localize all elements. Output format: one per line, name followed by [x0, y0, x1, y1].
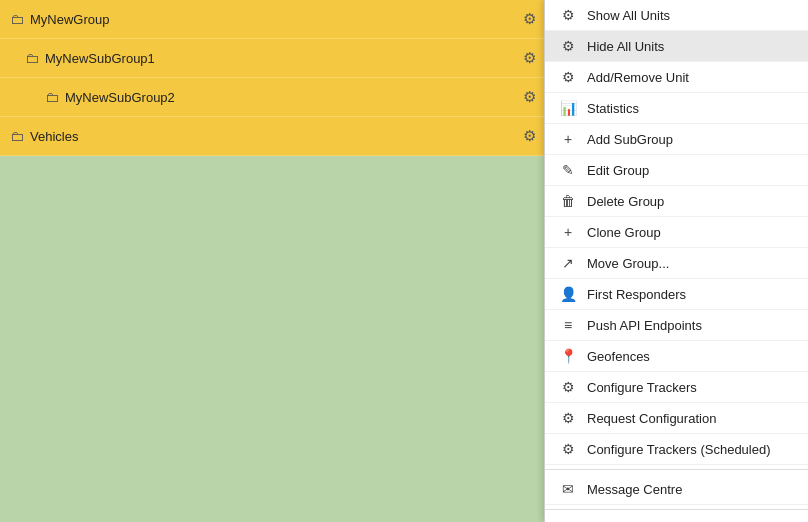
- menu-label-request-configuration: Request Configuration: [587, 411, 716, 426]
- menu-item-first-responders[interactable]: 👤First Responders: [545, 279, 808, 310]
- menu-label-configure-trackers: Configure Trackers: [587, 380, 697, 395]
- menu-item-configure-trackers-scheduled[interactable]: ⚙Configure Trackers (Scheduled): [545, 434, 808, 465]
- edit-icon: ✎: [559, 162, 577, 178]
- folder-icon: 🗀: [10, 11, 24, 27]
- menu-label-add-subgroup: Add SubGroup: [587, 132, 673, 147]
- group-label: MyNewSubGroup2: [65, 90, 175, 105]
- gear-button-mynewsubgroup1[interactable]: ⚙: [521, 47, 538, 69]
- context-menu: ⚙Show All Units⚙Hide All Units⚙Add/Remov…: [544, 0, 808, 522]
- menu-item-message-centre[interactable]: ✉Message Centre: [545, 474, 808, 505]
- gear-icon: ⚙: [559, 69, 577, 85]
- menu-label-message-centre: Message Centre: [587, 482, 682, 497]
- menu-item-add-subgroup[interactable]: +Add SubGroup: [545, 124, 808, 155]
- gear-icon: ⚙: [559, 7, 577, 23]
- menu-label-edit-group: Edit Group: [587, 163, 649, 178]
- gear-button-mynewsubgroup2[interactable]: ⚙: [521, 86, 538, 108]
- gear-button-vehicles[interactable]: ⚙: [521, 125, 538, 147]
- plus-icon: +: [559, 224, 577, 240]
- plus-icon: +: [559, 131, 577, 147]
- menu-item-push-api-endpoints[interactable]: ≡Push API Endpoints: [545, 310, 808, 341]
- menu-item-show-all-units[interactable]: ⚙Show All Units: [545, 0, 808, 31]
- menu-item-clone-group[interactable]: +Clone Group: [545, 217, 808, 248]
- menu-label-delete-group: Delete Group: [587, 194, 664, 209]
- menu-item-geofences[interactable]: 📍Geofences: [545, 341, 808, 372]
- menu-label-statistics: Statistics: [587, 101, 639, 116]
- menu-divider: [545, 509, 808, 510]
- menu-item-statistics[interactable]: 📊Statistics: [545, 93, 808, 124]
- group-label: Vehicles: [30, 129, 78, 144]
- menu-label-hide-all-units: Hide All Units: [587, 39, 664, 54]
- folder-icon: 🗀: [25, 50, 39, 66]
- bar-icon: 📊: [559, 100, 577, 116]
- group-item-mynewsubgroup2[interactable]: 🗀MyNewSubGroup2⚙: [0, 78, 548, 117]
- pin-icon: 📍: [559, 348, 577, 364]
- gear-icon: ⚙: [559, 410, 577, 426]
- group-label: MyNewGroup: [30, 12, 109, 27]
- list-icon: ≡: [559, 317, 577, 333]
- menu-divider: [545, 469, 808, 470]
- menu-item-edit-group[interactable]: ✎Edit Group: [545, 155, 808, 186]
- group-item-mynewsubgroup1[interactable]: 🗀MyNewSubGroup1⚙: [0, 39, 548, 78]
- gear-icon: ⚙: [559, 441, 577, 457]
- folder-icon: 🗀: [10, 128, 24, 144]
- menu-label-first-responders: First Responders: [587, 287, 686, 302]
- menu-label-geofences: Geofences: [587, 349, 650, 364]
- menu-label-clone-group: Clone Group: [587, 225, 661, 240]
- menu-item-configure-trackers[interactable]: ⚙Configure Trackers: [545, 372, 808, 403]
- menu-label-configure-trackers-scheduled: Configure Trackers (Scheduled): [587, 442, 771, 457]
- person-icon: 👤: [559, 286, 577, 302]
- group-item-mynewgroup[interactable]: 🗀MyNewGroup⚙: [0, 0, 548, 39]
- menu-label-show-all-units: Show All Units: [587, 8, 670, 23]
- envelope-icon: ✉: [559, 481, 577, 497]
- group-tree: 🗀MyNewGroup⚙🗀MyNewSubGroup1⚙🗀MyNewSubGro…: [0, 0, 548, 522]
- group-item-vehicles[interactable]: 🗀Vehicles⚙: [0, 117, 548, 156]
- group-label: MyNewSubGroup1: [45, 51, 155, 66]
- menu-item-add-remove-unit[interactable]: ⚙Add/Remove Unit: [545, 62, 808, 93]
- gear-icon: ⚙: [559, 379, 577, 395]
- gear-button-mynewgroup[interactable]: ⚙: [521, 8, 538, 30]
- trash-icon: 🗑: [559, 193, 577, 209]
- gear-icon: ⚙: [559, 38, 577, 54]
- menu-item-delete-group[interactable]: 🗑Delete Group: [545, 186, 808, 217]
- folder-icon: 🗀: [45, 89, 59, 105]
- share-icon: ↗: [559, 255, 577, 271]
- menu-item-hide-all-units[interactable]: ⚙Hide All Units: [545, 31, 808, 62]
- menu-item-create-event[interactable]: +Create Event: [545, 514, 808, 522]
- menu-item-move-group[interactable]: ↗Move Group...: [545, 248, 808, 279]
- menu-label-move-group: Move Group...: [587, 256, 669, 271]
- menu-label-add-remove-unit: Add/Remove Unit: [587, 70, 689, 85]
- menu-label-push-api-endpoints: Push API Endpoints: [587, 318, 702, 333]
- menu-item-request-configuration[interactable]: ⚙Request Configuration: [545, 403, 808, 434]
